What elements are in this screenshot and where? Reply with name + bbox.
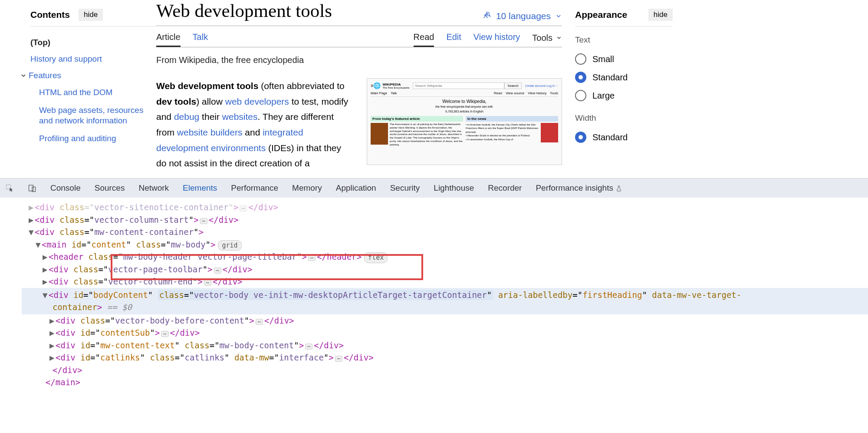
- chevron-down-icon: [20, 72, 27, 79]
- devtools-tab-lighthouse[interactable]: Lighthouse: [434, 183, 474, 193]
- tab-tools-label: Tools: [532, 33, 552, 43]
- article-thumbnail: ≡ 🌐WIKIPEDIAThe Free Encyclopedia Search…: [367, 78, 562, 165]
- link-websites[interactable]: websites: [222, 112, 258, 122]
- text-section-label: Text: [575, 35, 673, 45]
- text-size-large[interactable]: Large: [575, 86, 673, 105]
- devtools-tabbar: Console Sources Network Elements Perform…: [0, 178, 868, 198]
- tab-talk[interactable]: Talk: [193, 32, 208, 47]
- devtools-tab-perf-insights[interactable]: Performance insights: [536, 183, 622, 193]
- text-size-small[interactable]: Small: [575, 50, 673, 68]
- inspect-icon[interactable]: [5, 184, 14, 192]
- language-count: 10 languages: [496, 11, 551, 21]
- hide-appearance-button[interactable]: hide: [648, 9, 673, 21]
- intro-bold-2: dev tools: [156, 96, 196, 106]
- tabs-left: Article Talk: [156, 32, 208, 47]
- wikipedia-page: Contents hide (Top) History and support …: [0, 0, 868, 178]
- devtools-tab-console[interactable]: Console: [50, 183, 81, 193]
- language-selector[interactable]: 10 languages: [482, 11, 562, 21]
- width-section-label: Width: [575, 113, 673, 123]
- toc-html-dom[interactable]: HTML and the DOM: [30, 84, 156, 102]
- hide-contents-button[interactable]: hide: [79, 9, 103, 21]
- toc-top[interactable]: (Top): [30, 34, 156, 51]
- language-icon: [482, 11, 492, 21]
- dom-node[interactable]: ▶<div class="vector-page-toolbar">⋯</div…: [22, 263, 868, 276]
- chevron-down-icon: [555, 13, 562, 20]
- dom-node[interactable]: ▶<div id="contentSub">⋯</div>: [22, 327, 868, 339]
- devtools-tab-application[interactable]: Application: [336, 183, 376, 193]
- dom-node[interactable]: ▶<div class="vector-column-end">⋯</div>: [22, 275, 868, 288]
- selected-element-marker: == $0: [102, 302, 132, 312]
- toc-features-label: Features: [29, 71, 61, 80]
- dom-node[interactable]: ▼<div class="mw-content-container">: [22, 226, 868, 238]
- tabs-right: Read Edit View history Tools: [414, 32, 562, 47]
- radio-icon: [575, 90, 586, 101]
- intro-bold-1: Web development tools: [156, 81, 258, 91]
- devtools-tab-network[interactable]: Network: [138, 183, 169, 193]
- appearance-title: Appearance: [575, 10, 627, 20]
- dom-node[interactable]: ▶<div class="vector-column-start">⋯</div…: [22, 214, 868, 226]
- link-website-builders[interactable]: website builders: [177, 127, 243, 137]
- contents-header: Contents hide: [30, 9, 156, 26]
- link-debug[interactable]: debug: [174, 112, 199, 122]
- dom-node[interactable]: ▼<main id="content" class="mw-body">grid: [22, 238, 868, 251]
- dom-node[interactable]: ▶<div id="mw-content-text" class="mw-bod…: [22, 339, 868, 352]
- article-title-text: Web development tools: [156, 0, 332, 21]
- tab-read[interactable]: Read: [414, 32, 434, 47]
- appearance-header: Appearance hide: [575, 9, 673, 26]
- toc-features[interactable]: Features: [20, 67, 156, 84]
- devtools-tab-performance[interactable]: Performance: [231, 183, 278, 193]
- devtools-tab-recorder[interactable]: Recorder: [488, 183, 522, 193]
- devtools-tab-sources[interactable]: Sources: [95, 183, 125, 193]
- devtools-panel: Console Sources Network Elements Perform…: [0, 178, 868, 433]
- dom-node[interactable]: ▶<div id="catlinks" class="catlinks" dat…: [22, 351, 868, 364]
- dom-node[interactable]: ▶<div class="vector-body-before-content"…: [22, 314, 868, 327]
- text-size-standard[interactable]: Standard: [575, 68, 673, 86]
- toc-history[interactable]: History and support: [30, 51, 156, 67]
- tab-view-history[interactable]: View history: [473, 32, 520, 47]
- article-body: Web development tools (often abbreviated…: [156, 78, 562, 171]
- dom-node-close[interactable]: </div>: [22, 364, 868, 377]
- devtools-tab-security[interactable]: Security: [390, 183, 420, 193]
- link-web-developers[interactable]: web developers: [225, 96, 289, 106]
- layout-badge-flex[interactable]: flex: [364, 252, 388, 263]
- tab-edit[interactable]: Edit: [446, 32, 461, 47]
- devtools-tab-memory[interactable]: Memory: [292, 183, 322, 193]
- layout-badge-grid[interactable]: grid: [218, 240, 241, 251]
- main-content: Web development tools 10 languages Artic…: [156, 0, 575, 178]
- dom-node-close[interactable]: </main>: [22, 376, 868, 389]
- dom-node[interactable]: ▶<header class="mw-body-header vector-pa…: [22, 251, 868, 263]
- contents-title: Contents: [30, 10, 70, 20]
- article-title: Web development tools 10 languages: [156, 0, 562, 26]
- flask-icon: [615, 185, 622, 192]
- tab-article[interactable]: Article: [156, 32, 181, 47]
- dom-node-selected[interactable]: ▼<div id="bodyContent" class="vector-bod…: [22, 288, 868, 314]
- appearance-sidebar: Appearance hide Text Small Standard Larg…: [575, 0, 673, 178]
- width-standard[interactable]: Standard: [575, 128, 673, 146]
- elements-tree[interactable]: ▶<div class="vector-sitenotice-container…: [0, 198, 868, 389]
- radio-icon-selected: [575, 72, 586, 83]
- table-of-contents: (Top) History and support Features HTML …: [30, 34, 156, 148]
- contents-sidebar: Contents hide (Top) History and support …: [30, 0, 156, 178]
- radio-icon-selected: [575, 132, 586, 143]
- article-intro: Web development tools (often abbreviated…: [156, 78, 354, 171]
- article-subtitle: From Wikipedia, the free encyclopedia: [156, 55, 562, 65]
- dom-node[interactable]: ▶<div class="vector-sitenotice-container…: [22, 201, 868, 214]
- toc-assets[interactable]: Web page assets, resources and network i…: [30, 102, 156, 130]
- toc-profiling[interactable]: Profiling and auditing: [30, 130, 156, 148]
- chevron-down-icon: [556, 35, 562, 41]
- radio-icon: [575, 53, 586, 65]
- device-toggle-icon[interactable]: [28, 184, 36, 192]
- devtools-tab-elements[interactable]: Elements: [183, 183, 217, 193]
- article-tabs: Article Talk Read Edit View history Tool…: [156, 32, 562, 47]
- tab-tools[interactable]: Tools: [532, 32, 562, 47]
- thumb-search: [413, 83, 504, 89]
- svg-rect-1: [29, 185, 33, 191]
